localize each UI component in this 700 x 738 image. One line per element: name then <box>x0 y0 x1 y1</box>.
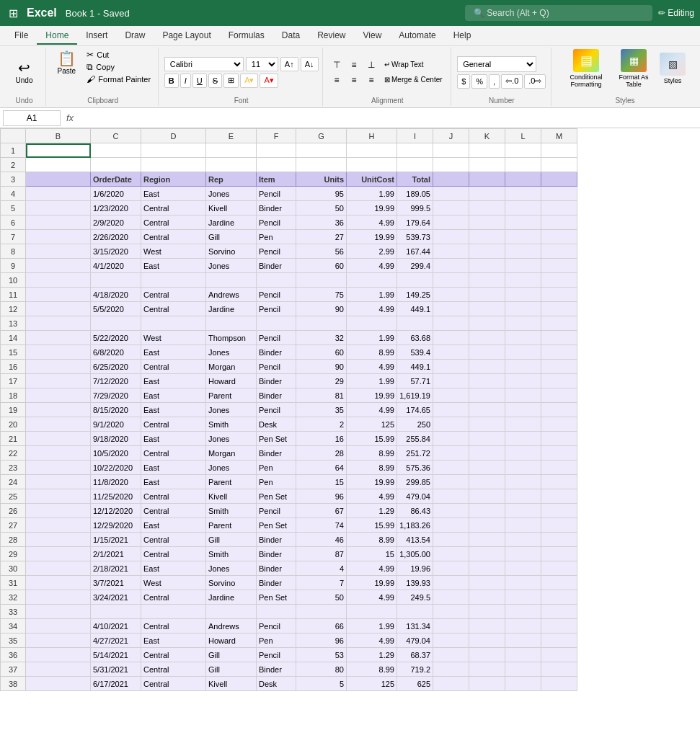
cell-empty[interactable] <box>433 576 469 590</box>
cell-data[interactable]: 1,305.00 <box>397 547 433 561</box>
cell-data[interactable]: 5/5/2020 <box>91 302 141 316</box>
cell-data[interactable]: Jones <box>206 561 257 576</box>
cell-data[interactable]: 4/18/2020 <box>91 288 141 302</box>
cell-empty[interactable] <box>433 273 469 288</box>
cell-empty[interactable] <box>433 432 469 446</box>
cell-data[interactable]: 9/1/2020 <box>91 417 141 432</box>
cell-data[interactable]: 86.43 <box>397 504 433 518</box>
cell-col-a[interactable] <box>26 302 91 316</box>
cell-data[interactable]: Central <box>141 201 206 215</box>
cell-empty[interactable] <box>469 302 505 316</box>
cell-data[interactable]: 4/27/2021 <box>91 633 141 648</box>
cell-empty[interactable] <box>433 316 469 331</box>
cell-empty[interactable] <box>541 677 577 691</box>
cell-data[interactable]: East <box>141 432 206 446</box>
cell-data[interactable]: Pen Set <box>257 590 296 605</box>
cell-data[interactable] <box>397 273 433 288</box>
cell-empty[interactable] <box>541 518 577 533</box>
cell-empty[interactable] <box>505 316 541 331</box>
cell-data[interactable] <box>141 605 206 619</box>
tab-home[interactable]: Home <box>37 27 77 45</box>
cell-empty[interactable] <box>469 677 505 691</box>
align-middle-button[interactable]: ≡ <box>346 58 362 71</box>
cell-empty[interactable] <box>433 677 469 691</box>
tab-view[interactable]: View <box>355 27 391 45</box>
cell-data[interactable]: East <box>141 475 206 489</box>
cell-empty[interactable] <box>505 302 541 316</box>
col-header-d[interactable]: D <box>141 129 206 143</box>
table-row[interactable]: 2411/8/2020EastParentPen1519.99299.85 <box>1 475 577 489</box>
cell-empty[interactable] <box>505 172 541 187</box>
cell-empty[interactable] <box>505 648 541 662</box>
row-header-38[interactable]: 38 <box>1 677 26 691</box>
cell-data[interactable]: 2/18/2021 <box>91 561 141 576</box>
cell-data[interactable]: 57.71 <box>397 374 433 388</box>
cell-empty[interactable] <box>505 288 541 302</box>
cell-col-a[interactable] <box>26 648 91 662</box>
cell-data[interactable]: Pencil <box>257 187 296 201</box>
cell-data[interactable]: 1/15/2021 <box>91 533 141 547</box>
cell-data[interactable] <box>257 273 296 288</box>
cell-col-a[interactable] <box>26 619 91 633</box>
cell-empty[interactable] <box>505 230 541 244</box>
cell-data[interactable]: Morgan <box>206 360 257 374</box>
cell-data[interactable] <box>141 316 206 331</box>
cell-col-a[interactable] <box>26 403 91 417</box>
table-row[interactable]: 125/5/2020CentralJardinePencil904.99449.… <box>1 302 577 316</box>
cell-data[interactable]: 8.99 <box>347 662 397 677</box>
cell-data[interactable]: 4.99 <box>347 360 397 374</box>
cell-empty[interactable] <box>433 302 469 316</box>
cell-data[interactable]: 19.99 <box>347 201 397 215</box>
cell-data[interactable]: 19.99 <box>347 475 397 489</box>
cell-empty[interactable] <box>505 446 541 461</box>
cell-empty[interactable] <box>505 259 541 273</box>
tab-automate[interactable]: Automate <box>390 27 444 45</box>
increase-decimal-button[interactable]: .0⇨ <box>524 74 546 89</box>
undo-button[interactable]: ↩ Undo <box>10 58 39 86</box>
wrap-text-button[interactable]: ↵ Wrap Text <box>381 58 427 71</box>
cell-data[interactable]: 539.73 <box>397 230 433 244</box>
cell-data[interactable]: 10/22/2020 <box>91 461 141 475</box>
tab-help[interactable]: Help <box>445 27 480 45</box>
cell-data[interactable]: 4.99 <box>347 590 397 605</box>
cell-data[interactable]: 299.85 <box>397 475 433 489</box>
table-row[interactable]: 177/12/2020EastHowardBinder291.9957.71 <box>1 374 577 388</box>
cell-data[interactable]: 449.1 <box>397 302 433 316</box>
cell-data[interactable]: 1.99 <box>347 619 397 633</box>
cell-col-a[interactable] <box>26 230 91 244</box>
cell-data[interactable]: 50 <box>296 590 347 605</box>
cell-data[interactable]: Pen <box>257 461 296 475</box>
cell-empty[interactable] <box>541 446 577 461</box>
fill-color-button[interactable]: A▾ <box>240 74 258 88</box>
cell-data[interactable]: West <box>141 331 206 345</box>
table-row[interactable]: 292/1/2021CentralSmithBinder87151,305.00 <box>1 547 577 561</box>
row-header-9[interactable]: 9 <box>1 259 26 273</box>
cell-empty[interactable] <box>469 619 505 633</box>
cell-data[interactable]: East <box>141 403 206 417</box>
cell-data[interactable]: Parent <box>206 518 257 533</box>
cell-col-a[interactable] <box>26 273 91 288</box>
cell-empty[interactable] <box>433 187 469 201</box>
align-right-button[interactable]: ≡ <box>363 74 379 86</box>
cell-empty[interactable] <box>541 374 577 388</box>
cell-empty[interactable] <box>505 374 541 388</box>
copy-button[interactable]: ⧉ Copy <box>84 61 154 73</box>
cell-data[interactable]: Pencil <box>257 504 296 518</box>
cell-data[interactable]: 1.99 <box>347 187 397 201</box>
cell-data[interactable]: 50 <box>296 201 347 215</box>
cell-data[interactable]: 15 <box>296 475 347 489</box>
font-color-button[interactable]: A▾ <box>260 74 278 88</box>
cell-empty[interactable] <box>433 533 469 547</box>
cell-col-a[interactable] <box>26 547 91 561</box>
cell-data[interactable]: Binder <box>257 662 296 677</box>
cell-data[interactable]: 251.72 <box>397 446 433 461</box>
cell-data[interactable]: 255.84 <box>397 432 433 446</box>
cell-data[interactable]: 719.2 <box>397 662 433 677</box>
row-header-17[interactable]: 17 <box>1 374 26 388</box>
cell-data[interactable]: Binder <box>257 547 296 561</box>
cell-empty[interactable] <box>91 143 141 158</box>
cell-data[interactable]: 74 <box>296 518 347 533</box>
cell-data[interactable]: 19.96 <box>397 561 433 576</box>
col-header-k[interactable]: K <box>469 129 505 143</box>
cell-data[interactable]: 19.99 <box>347 230 397 244</box>
